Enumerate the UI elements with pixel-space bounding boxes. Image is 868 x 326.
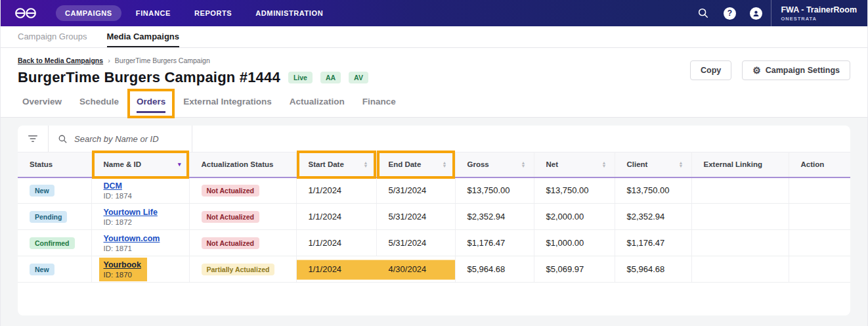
external-linking-cell [691,230,789,256]
tab-schedule[interactable]: Schedule [79,95,119,113]
table-row: New DCMID: 1874 Not Actualized 1/1/2024 … [18,177,850,204]
col-actualization-status[interactable]: Actualization Status [189,152,296,177]
end-date-cell: 5/31/2024 [376,177,455,204]
action-cell [789,204,850,230]
order-name-link[interactable]: Yourtown.com [104,234,160,243]
start-date-cell: 1/1/2024 [296,204,376,230]
breadcrumb-separator: › [108,57,110,64]
col-client[interactable]: Client▲▼ [615,152,691,177]
order-id: ID: 1871 [104,244,181,252]
tab-campaign-groups[interactable]: Campaign Groups [18,32,87,47]
order-name-link[interactable]: Yourbook [104,260,141,269]
section-tabs: Campaign Groups Media Campaigns [1,26,867,48]
status-badge: New [30,185,54,197]
copy-button[interactable]: Copy [690,60,731,80]
order-id: ID: 1874 [104,192,181,200]
end-date-cell-highlighted: 4/30/2024 [376,256,455,283]
content-area: Status Name & ID▾ Actualization Status S… [1,118,867,326]
client-cell: $5,964.68 [615,256,691,283]
nav-item-campaigns[interactable]: CAMPAIGNS [56,5,121,21]
gross-cell: $5,964.68 [455,256,534,283]
nav-item-reports[interactable]: REPORTS [185,5,241,21]
table-row: Confirmed Yourtown.comID: 1871 Not Actua… [18,230,850,256]
col-gross[interactable]: Gross▲▼ [455,152,534,177]
sort-icon[interactable]: ▲▼ [602,161,607,168]
tab-external-integrations[interactable]: External Integrations [183,95,271,113]
status-badge-aa: AA [320,72,341,83]
status-badge-live: Live [288,72,313,83]
col-status[interactable]: Status [18,152,91,177]
search-box [49,134,192,144]
highlighted-name-block: YourbookID: 1870 [99,258,147,281]
tab-overview[interactable]: Overview [22,95,62,113]
sort-icon[interactable]: ▲▼ [443,161,447,168]
brand-logo-icon[interactable] [12,7,39,19]
search-input[interactable] [74,134,179,144]
order-id: ID: 1872 [104,218,181,226]
col-external-linking: External Linking [691,152,789,177]
external-linking-cell [691,177,789,204]
orders-table-card: Status Name & ID▾ Actualization Status S… [18,126,850,315]
order-name-link[interactable]: Yourtown Life [104,208,158,217]
account-org: ONESTRATA [781,16,857,22]
status-badge-av: AV [349,72,368,83]
breadcrumb-back-link[interactable]: Back to Media Campaigns [18,57,103,64]
order-name-link[interactable]: DCM [104,181,122,191]
tab-finance[interactable]: Finance [362,95,396,113]
actualization-badge: Not Actualized [202,211,260,223]
tab-orders[interactable]: Orders [127,89,175,118]
col-name-id[interactable]: Name & ID▾ [91,152,189,177]
table-toolbar [18,126,850,152]
net-cell: $1,000.00 [534,230,615,256]
col-start-date[interactable]: Start Date▲▼ [296,152,376,177]
nav-item-finance[interactable]: FINANCE [127,5,180,21]
campaign-settings-label: Campaign Settings [766,66,840,75]
action-cell [789,230,850,256]
gross-cell: $13,750.00 [455,177,534,204]
action-cell [789,256,850,283]
user-avatar-icon[interactable] [745,2,767,24]
col-end-date[interactable]: End Date▲▼ [376,152,455,177]
help-glyph: ? [724,7,736,20]
status-badge: New [30,264,54,275]
net-cell: $5,069.97 [534,256,615,283]
sort-icon[interactable]: ▲▼ [364,161,368,168]
nav-item-administration[interactable]: ADMINISTRATION [246,5,332,21]
table-header-row: Status Name & ID▾ Actualization Status S… [18,152,850,177]
start-date-cell: 1/1/2024 [296,177,376,204]
search-icon [58,134,68,144]
account-switcher[interactable]: FWA - TrainerRoom ONESTRATA [771,0,867,26]
end-date-cell: 5/31/2024 [376,230,455,256]
table-row-highlighted: New YourbookID: 1870 Partially Actualize… [18,256,850,283]
tab-actualization[interactable]: Actualization [290,95,345,113]
end-date-cell: 5/31/2024 [376,204,455,230]
order-id: ID: 1870 [104,271,141,279]
start-date-cell: 1/1/2024 [296,230,376,256]
external-linking-cell [691,204,789,230]
table-row: Pending Yourtown LifeID: 1872 Not Actual… [18,204,850,230]
client-cell: $1,176.47 [615,230,691,256]
sort-desc-icon[interactable]: ▾ [178,161,181,168]
sort-icon[interactable]: ▲▼ [521,161,526,168]
actualization-badge: Not Actualized [202,185,260,197]
gear-icon: ⚙ [752,66,761,75]
help-icon[interactable]: ? [718,2,741,24]
topnav-right: ? FWA - TrainerRoom ONESTRATA [692,0,867,26]
actualization-badge: Not Actualized [202,237,260,249]
orders-table: Status Name & ID▾ Actualization Status S… [18,152,850,283]
actualization-badge: Partially Actualized [202,264,275,275]
search-icon[interactable] [692,2,714,24]
col-net[interactable]: Net▲▼ [534,152,615,177]
net-cell: $13,750.00 [534,177,615,204]
start-date-cell-highlighted: 1/1/2024 [296,256,376,283]
action-cell [789,177,850,204]
campaign-settings-button[interactable]: ⚙ Campaign Settings [742,60,850,80]
tab-media-campaigns[interactable]: Media Campaigns [107,32,180,47]
filter-icon[interactable] [18,135,48,143]
top-navbar: CAMPAIGNS FINANCE REPORTS ADMINISTRATION… [1,0,867,26]
sort-icon[interactable]: ▲▼ [679,161,684,168]
client-cell: $13,750.00 [615,177,691,204]
campaign-header: Back to Media Campaigns › BurgerTime Bur… [1,48,867,118]
primary-nav: CAMPAIGNS FINANCE REPORTS ADMINISTRATION [56,5,332,21]
breadcrumb-current: BurgerTime Burgers Campaign [115,57,210,64]
